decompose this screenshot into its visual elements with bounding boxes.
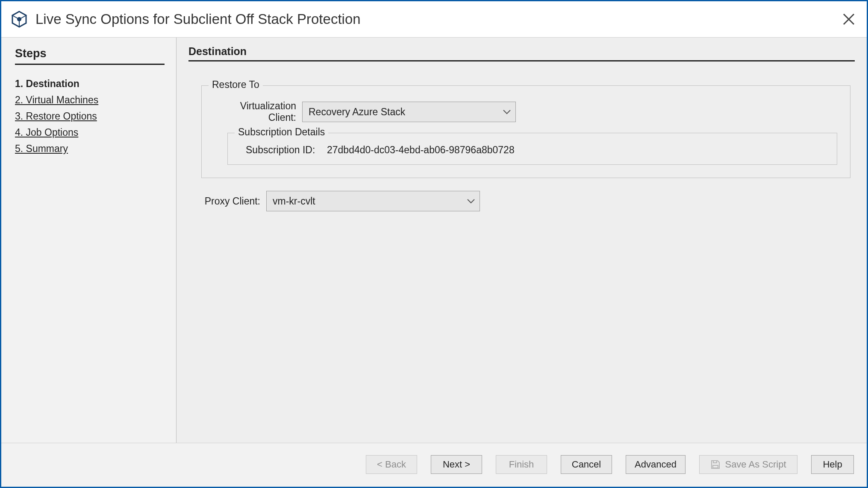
proxy-client-label: Proxy Client:: [198, 196, 266, 207]
step-link[interactable]: 5. Summary: [15, 143, 68, 154]
back-button-label: < Back: [377, 459, 406, 470]
proxy-client-value: vm-kr-cvlt: [273, 196, 315, 207]
help-button[interactable]: Help: [811, 455, 854, 474]
step-link[interactable]: 4. Job Options: [15, 127, 78, 138]
virtualization-client-row: Virtualization Client: Recovery Azure St…: [215, 100, 837, 123]
step-restore-options[interactable]: 3. Restore Options: [15, 108, 165, 125]
finish-button-label: Finish: [509, 459, 534, 470]
save-as-script-label: Save As Script: [725, 459, 786, 470]
footer: < Back Next > Finish Cancel Advanced Sav…: [1, 443, 867, 487]
steps-list: 1. Destination 2. Virtual Machines 3. Re…: [15, 76, 165, 157]
app-icon: [11, 11, 28, 28]
wizard-window: Live Sync Options for Subclient Off Stac…: [0, 0, 868, 488]
virtualization-client-label: Virtualization Client:: [215, 100, 302, 123]
save-as-script-button: Save As Script: [699, 455, 797, 474]
close-button[interactable]: [839, 9, 859, 29]
script-icon: [710, 459, 721, 470]
subscription-details-legend: Subscription Details: [235, 126, 328, 138]
advanced-button-label: Advanced: [635, 459, 677, 470]
chevron-down-icon: [503, 109, 511, 115]
main-panel: Destination Restore To Virtualization Cl…: [177, 38, 867, 443]
restore-to-legend: Restore To: [209, 79, 263, 91]
subscription-id-label: Subscription ID:: [246, 144, 327, 156]
virtualization-client-select[interactable]: Recovery Azure Stack: [302, 102, 516, 122]
restore-to-group: Restore To Virtualization Client: Recove…: [201, 85, 850, 178]
steps-sidebar: Steps 1. Destination 2. Virtual Machines…: [1, 38, 177, 443]
page-heading: Destination: [188, 45, 855, 61]
svg-point-3: [17, 17, 21, 21]
subscription-details-group: Subscription Details Subscription ID: 27…: [227, 133, 837, 165]
step-virtual-machines[interactable]: 2. Virtual Machines: [15, 92, 165, 108]
subscription-id-row: Subscription ID: 27dbd4d0-dc03-4ebd-ab06…: [239, 144, 826, 156]
cancel-button-label: Cancel: [572, 459, 601, 470]
proxy-client-select[interactable]: vm-kr-cvlt: [266, 191, 480, 211]
subscription-id-value: 27dbd4d0-dc03-4ebd-ab06-98796a8b0728: [327, 144, 515, 156]
window-title: Live Sync Options for Subclient Off Stac…: [35, 11, 839, 27]
titlebar: Live Sync Options for Subclient Off Stac…: [1, 1, 867, 37]
step-summary[interactable]: 5. Summary: [15, 141, 165, 157]
virtualization-client-value: Recovery Azure Stack: [309, 106, 405, 118]
step-job-options[interactable]: 4. Job Options: [15, 125, 165, 141]
svg-rect-7: [713, 461, 717, 463]
advanced-button[interactable]: Advanced: [626, 455, 686, 474]
chevron-down-icon: [467, 198, 475, 204]
close-icon: [842, 13, 855, 26]
step-link[interactable]: 3. Restore Options: [15, 111, 97, 122]
help-button-label: Help: [823, 459, 842, 470]
cancel-button[interactable]: Cancel: [561, 455, 612, 474]
svg-rect-6: [713, 465, 718, 468]
back-button: < Back: [366, 455, 417, 474]
step-link[interactable]: 2. Virtual Machines: [15, 94, 98, 105]
step-label: 1. Destination: [15, 78, 79, 89]
next-button[interactable]: Next >: [431, 455, 482, 474]
proxy-client-wrap: Proxy Client: vm-kr-cvlt: [198, 191, 855, 211]
proxy-client-row: Proxy Client: vm-kr-cvlt: [198, 191, 855, 211]
step-destination: 1. Destination: [15, 76, 165, 92]
next-button-label: Next >: [443, 459, 470, 470]
finish-button: Finish: [496, 455, 547, 474]
body: Steps 1. Destination 2. Virtual Machines…: [1, 37, 867, 443]
steps-heading: Steps: [15, 47, 165, 65]
